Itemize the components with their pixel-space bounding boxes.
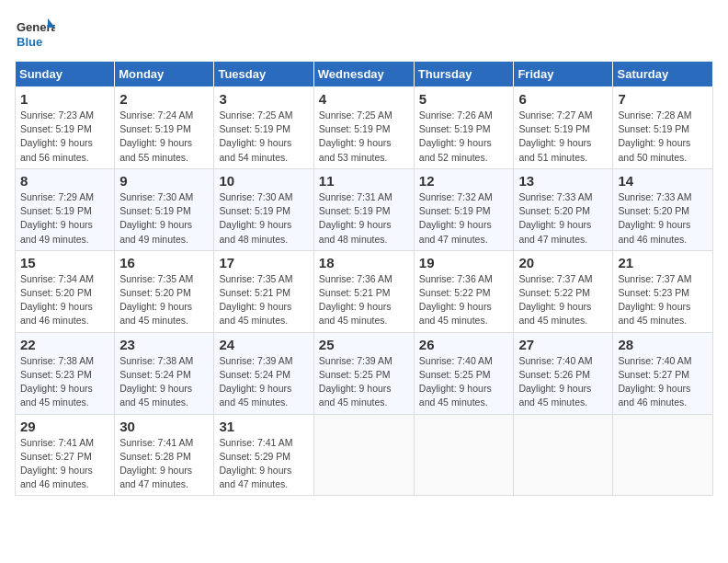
calendar-cell: 5Sunrise: 7:26 AM Sunset: 5:19 PM Daylig…: [414, 87, 514, 169]
day-info: Sunrise: 7:35 AM Sunset: 5:20 PM Dayligh…: [119, 272, 209, 328]
calendar-cell: [414, 414, 514, 496]
calendar-week-row: 8Sunrise: 7:29 AM Sunset: 5:19 PM Daylig…: [16, 168, 713, 250]
day-number: 27: [518, 337, 608, 352]
day-info: Sunrise: 7:35 AM Sunset: 5:21 PM Dayligh…: [219, 272, 308, 328]
calendar-cell: [613, 414, 713, 496]
day-info: Sunrise: 7:28 AM Sunset: 5:19 PM Dayligh…: [618, 109, 708, 165]
calendar-cell: 30Sunrise: 7:41 AM Sunset: 5:28 PM Dayli…: [115, 414, 214, 496]
day-info: Sunrise: 7:27 AM Sunset: 5:19 PM Dayligh…: [518, 109, 608, 165]
calendar-cell: 20Sunrise: 7:37 AM Sunset: 5:22 PM Dayli…: [514, 250, 613, 332]
day-number: 29: [20, 419, 109, 434]
svg-text:Blue: Blue: [17, 35, 42, 49]
calendar-cell: 24Sunrise: 7:39 AM Sunset: 5:24 PM Dayli…: [214, 332, 313, 414]
day-number: 20: [518, 255, 608, 270]
calendar-cell: 1Sunrise: 7:23 AM Sunset: 5:19 PM Daylig…: [16, 87, 115, 169]
weekday-header: Sunday: [16, 62, 115, 87]
day-number: 21: [618, 255, 708, 270]
calendar-cell: [313, 414, 414, 496]
calendar-cell: 15Sunrise: 7:34 AM Sunset: 5:20 PM Dayli…: [16, 250, 115, 332]
day-number: 16: [119, 255, 209, 270]
day-number: 3: [219, 91, 308, 107]
calendar-cell: 28Sunrise: 7:40 AM Sunset: 5:27 PM Dayli…: [613, 332, 713, 414]
day-info: Sunrise: 7:39 AM Sunset: 5:25 PM Dayligh…: [319, 354, 409, 410]
day-number: 24: [219, 337, 308, 352]
day-number: 5: [419, 91, 509, 107]
weekday-header: Tuesday: [214, 62, 313, 87]
day-info: Sunrise: 7:40 AM Sunset: 5:27 PM Dayligh…: [618, 354, 708, 410]
day-number: 23: [119, 337, 209, 352]
day-info: Sunrise: 7:30 AM Sunset: 5:19 PM Dayligh…: [119, 190, 209, 247]
weekday-header-row: SundayMondayTuesdayWednesdayThursdayFrid…: [16, 62, 713, 87]
calendar-cell: 21Sunrise: 7:37 AM Sunset: 5:23 PM Dayli…: [613, 250, 713, 332]
day-info: Sunrise: 7:23 AM Sunset: 5:19 PM Dayligh…: [20, 109, 109, 165]
day-number: 30: [119, 419, 209, 434]
calendar-cell: 16Sunrise: 7:35 AM Sunset: 5:20 PM Dayli…: [115, 250, 214, 332]
calendar-cell: 7Sunrise: 7:28 AM Sunset: 5:19 PM Daylig…: [613, 87, 713, 169]
page-header: General Blue: [15, 15, 713, 55]
calendar-cell: 22Sunrise: 7:38 AM Sunset: 5:23 PM Dayli…: [16, 332, 115, 414]
calendar-cell: 26Sunrise: 7:40 AM Sunset: 5:25 PM Dayli…: [414, 332, 514, 414]
calendar-week-row: 22Sunrise: 7:38 AM Sunset: 5:23 PM Dayli…: [16, 332, 713, 414]
calendar-cell: 27Sunrise: 7:40 AM Sunset: 5:26 PM Dayli…: [514, 332, 613, 414]
day-info: Sunrise: 7:34 AM Sunset: 5:20 PM Dayligh…: [20, 272, 109, 328]
calendar-cell: 10Sunrise: 7:30 AM Sunset: 5:19 PM Dayli…: [214, 168, 313, 250]
calendar-cell: 3Sunrise: 7:25 AM Sunset: 5:19 PM Daylig…: [214, 87, 313, 169]
logo-svg: General Blue: [15, 15, 55, 55]
day-number: 31: [219, 419, 308, 434]
calendar-cell: 4Sunrise: 7:25 AM Sunset: 5:19 PM Daylig…: [313, 87, 414, 169]
calendar-week-row: 15Sunrise: 7:34 AM Sunset: 5:20 PM Dayli…: [16, 250, 713, 332]
day-number: 14: [618, 173, 708, 189]
weekday-header: Friday: [514, 62, 613, 87]
calendar-cell: 19Sunrise: 7:36 AM Sunset: 5:22 PM Dayli…: [414, 250, 514, 332]
day-number: 6: [518, 91, 608, 107]
day-info: Sunrise: 7:36 AM Sunset: 5:22 PM Dayligh…: [419, 272, 509, 328]
day-number: 1: [20, 91, 109, 107]
day-number: 28: [618, 337, 708, 352]
day-number: 25: [319, 337, 409, 352]
calendar-cell: 11Sunrise: 7:31 AM Sunset: 5:19 PM Dayli…: [313, 168, 414, 250]
day-number: 7: [618, 91, 708, 107]
day-info: Sunrise: 7:38 AM Sunset: 5:23 PM Dayligh…: [20, 354, 109, 410]
day-info: Sunrise: 7:37 AM Sunset: 5:22 PM Dayligh…: [518, 272, 608, 328]
day-number: 10: [219, 173, 308, 189]
calendar-cell: 17Sunrise: 7:35 AM Sunset: 5:21 PM Dayli…: [214, 250, 313, 332]
calendar-cell: 8Sunrise: 7:29 AM Sunset: 5:19 PM Daylig…: [16, 168, 115, 250]
calendar-week-row: 1Sunrise: 7:23 AM Sunset: 5:19 PM Daylig…: [16, 87, 713, 169]
day-number: 12: [419, 173, 509, 189]
day-info: Sunrise: 7:33 AM Sunset: 5:20 PM Dayligh…: [618, 190, 708, 247]
calendar-cell: 31Sunrise: 7:41 AM Sunset: 5:29 PM Dayli…: [214, 414, 313, 496]
day-number: 19: [419, 255, 509, 270]
weekday-header: Monday: [115, 62, 214, 87]
day-info: Sunrise: 7:39 AM Sunset: 5:24 PM Dayligh…: [219, 354, 308, 410]
day-info: Sunrise: 7:41 AM Sunset: 5:28 PM Dayligh…: [119, 436, 209, 492]
calendar-cell: 23Sunrise: 7:38 AM Sunset: 5:24 PM Dayli…: [115, 332, 214, 414]
day-info: Sunrise: 7:38 AM Sunset: 5:24 PM Dayligh…: [119, 354, 209, 410]
weekday-header: Saturday: [613, 62, 713, 87]
day-number: 2: [119, 91, 209, 107]
day-info: Sunrise: 7:36 AM Sunset: 5:21 PM Dayligh…: [319, 272, 409, 328]
day-info: Sunrise: 7:41 AM Sunset: 5:27 PM Dayligh…: [20, 436, 109, 492]
weekday-header: Thursday: [414, 62, 514, 87]
day-info: Sunrise: 7:25 AM Sunset: 5:19 PM Dayligh…: [319, 109, 409, 165]
day-info: Sunrise: 7:37 AM Sunset: 5:23 PM Dayligh…: [618, 272, 708, 328]
day-info: Sunrise: 7:31 AM Sunset: 5:19 PM Dayligh…: [319, 190, 409, 247]
day-number: 17: [219, 255, 308, 270]
weekday-header: Wednesday: [313, 62, 414, 87]
calendar-cell: 29Sunrise: 7:41 AM Sunset: 5:27 PM Dayli…: [16, 414, 115, 496]
day-number: 8: [20, 173, 109, 189]
calendar-cell: 25Sunrise: 7:39 AM Sunset: 5:25 PM Dayli…: [313, 332, 414, 414]
calendar-cell: 2Sunrise: 7:24 AM Sunset: 5:19 PM Daylig…: [115, 87, 214, 169]
calendar-cell: 18Sunrise: 7:36 AM Sunset: 5:21 PM Dayli…: [313, 250, 414, 332]
day-info: Sunrise: 7:24 AM Sunset: 5:19 PM Dayligh…: [119, 109, 209, 165]
calendar-cell: [514, 414, 613, 496]
day-number: 15: [20, 255, 109, 270]
calendar-cell: 13Sunrise: 7:33 AM Sunset: 5:20 PM Dayli…: [514, 168, 613, 250]
day-info: Sunrise: 7:41 AM Sunset: 5:29 PM Dayligh…: [219, 436, 308, 492]
day-number: 26: [419, 337, 509, 352]
day-info: Sunrise: 7:25 AM Sunset: 5:19 PM Dayligh…: [219, 109, 308, 165]
day-info: Sunrise: 7:30 AM Sunset: 5:19 PM Dayligh…: [219, 190, 308, 247]
day-number: 22: [20, 337, 109, 352]
logo: General Blue: [15, 15, 55, 55]
calendar-week-row: 29Sunrise: 7:41 AM Sunset: 5:27 PM Dayli…: [16, 414, 713, 496]
day-info: Sunrise: 7:32 AM Sunset: 5:19 PM Dayligh…: [419, 190, 509, 247]
